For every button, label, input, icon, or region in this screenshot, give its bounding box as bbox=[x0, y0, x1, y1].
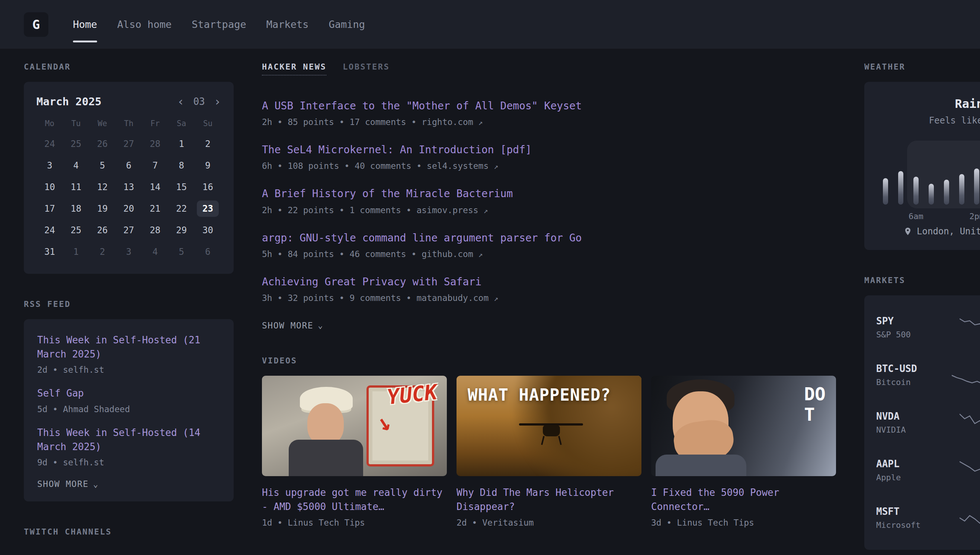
market-info: AAPLApple bbox=[876, 458, 951, 482]
market-sparkline bbox=[952, 365, 980, 385]
calendar-weekday: Su bbox=[194, 117, 221, 133]
market-sparkline bbox=[959, 460, 980, 480]
weather-bar-fill bbox=[944, 180, 949, 205]
market-row-nvda[interactable]: NVDANVIDIA-0.70%$117.70 bbox=[876, 399, 980, 446]
video-card[interactable]: WHAT HAPPENED?Why Did The Mars Helicopte… bbox=[457, 376, 642, 528]
news-source-link[interactable]: righto.com ↗ bbox=[422, 117, 483, 127]
market-sparkline bbox=[959, 508, 980, 528]
calendar-day: 28 bbox=[142, 220, 168, 241]
calendar-day-number: 6 bbox=[205, 247, 210, 257]
calendar-day-number: 21 bbox=[149, 204, 160, 214]
calendar-nav: ‹ 03 › bbox=[177, 96, 221, 107]
calendar-day-number: 7 bbox=[152, 160, 158, 171]
calendar-day: 20 bbox=[116, 198, 142, 220]
calendar-day: 27 bbox=[116, 133, 142, 155]
calendar-prev-button[interactable]: ‹ bbox=[177, 96, 184, 107]
weather-header: WEATHER bbox=[864, 62, 980, 71]
calendar-day: 17 bbox=[37, 198, 63, 220]
calendar-day-number: 10 bbox=[44, 182, 55, 192]
calendar-day: 24 bbox=[37, 133, 63, 155]
rss-item-meta: 2d • selfh.st bbox=[37, 365, 220, 375]
calendar-day: 3 bbox=[116, 241, 142, 263]
market-sparkline bbox=[959, 318, 980, 337]
weather-bar: 2pm bbox=[974, 149, 979, 205]
calendar-day-number: 29 bbox=[176, 225, 187, 236]
videos-header: VIDEOS bbox=[262, 356, 836, 365]
video-card[interactable]: DO TI Fixed the 5090 Power Connector…3d … bbox=[651, 376, 836, 528]
news-source-link[interactable]: asimov.press ↗ bbox=[416, 205, 488, 215]
calendar-next-button[interactable]: › bbox=[214, 96, 221, 107]
video-meta: 1d • Linus Tech Tips bbox=[262, 518, 447, 528]
weather-bar-fill bbox=[974, 168, 979, 205]
calendar-day: 15 bbox=[168, 176, 194, 198]
news-source-link[interactable]: github.com ↗ bbox=[422, 249, 483, 259]
news-show-more-button[interactable]: SHOW MORE ⌄ bbox=[262, 321, 323, 330]
video-meta: 2d • Veritasium bbox=[457, 518, 642, 528]
calendar-day: 5 bbox=[168, 241, 194, 263]
video-thumbnail: ↘YUCK bbox=[262, 376, 447, 476]
calendar-card: March 2025 ‹ 03 › MoTuWeThFrSaSu 2425262… bbox=[24, 82, 234, 274]
nav-tab-home[interactable]: Home bbox=[73, 0, 97, 49]
news-item: Achieving Great Privacy with Safari3h • … bbox=[262, 274, 836, 303]
market-name: Bitcoin bbox=[876, 378, 951, 387]
rss-item-link[interactable]: This Week in Self-Hosted (21 March 2025) bbox=[37, 333, 220, 361]
news-item-link[interactable]: Achieving Great Privacy with Safari bbox=[262, 274, 836, 289]
calendar-day-number: 11 bbox=[71, 182, 82, 192]
calendar-day-number: 3 bbox=[47, 160, 52, 171]
thumbnail-overlay-text: WHAT HAPPENED? bbox=[468, 385, 611, 404]
markets-header: MARKETS bbox=[864, 276, 980, 285]
news-item-link[interactable]: A USB Interface to the "Mother of All De… bbox=[262, 99, 836, 113]
news-item-link[interactable]: argp: GNU-style command line argument pa… bbox=[262, 231, 836, 245]
rss-item-link[interactable]: This Week in Self-Hosted (14 March 2025) bbox=[37, 426, 220, 454]
news-item: The SeL4 Microkernel: An Introduction [p… bbox=[262, 143, 836, 171]
left-column: CALENDAR March 2025 ‹ 03 › MoTuWeThFrSaS… bbox=[24, 62, 234, 550]
calendar-day-number: 8 bbox=[179, 160, 184, 171]
nav-tab-gaming[interactable]: Gaming bbox=[329, 0, 365, 49]
calendar-day-number: 31 bbox=[44, 247, 55, 257]
news-tab-lobsters[interactable]: LOBSTERS bbox=[343, 62, 390, 75]
show-more-label: SHOW MORE bbox=[262, 321, 313, 330]
nav-tab-also-home[interactable]: Also home bbox=[117, 0, 172, 49]
news-item-meta: 2h • 22 points • 1 comments • asimov.pre… bbox=[262, 205, 836, 215]
calendar-day-number: 25 bbox=[71, 225, 82, 236]
calendar-day: 28 bbox=[142, 133, 168, 155]
news-source-link[interactable]: matanabudy.com ↗ bbox=[416, 293, 498, 303]
calendar-day-number: 27 bbox=[124, 225, 134, 236]
face-shape bbox=[307, 403, 344, 445]
news-item-link[interactable]: A Brief History of the Miracle Bacterium bbox=[262, 186, 836, 201]
rss-show-more-button[interactable]: SHOW MORE ⌄ bbox=[37, 479, 99, 489]
weather-hourly-chart: 6am2pm12°10pm bbox=[883, 149, 980, 205]
weather-bar-fill bbox=[883, 178, 888, 205]
market-name: Microsoft bbox=[876, 520, 951, 530]
calendar-day-number: 28 bbox=[149, 139, 160, 149]
news-list: A USB Interface to the "Mother of All De… bbox=[262, 99, 836, 303]
market-row-aapl[interactable]: AAPLApple+1.95%$218.27 bbox=[876, 446, 980, 494]
weather-bar bbox=[944, 149, 949, 205]
market-row-spy[interactable]: SPYS&P 500-0.27%$563.98 bbox=[876, 303, 980, 351]
app-logo[interactable]: G bbox=[24, 12, 48, 37]
news-item-link[interactable]: The SeL4 Microkernel: An Introduction [p… bbox=[262, 143, 836, 157]
weather-bar bbox=[959, 149, 964, 205]
calendar-day: 14 bbox=[142, 176, 168, 198]
thumbnail-overlay-text: DO T bbox=[804, 384, 826, 425]
calendar-weekday-row: MoTuWeThFrSaSu bbox=[37, 117, 221, 133]
nav-tab-startpage[interactable]: Startpage bbox=[192, 0, 246, 49]
market-row-btc-usd[interactable]: BTC-USDBitcoin+1.39%$84,999.29 bbox=[876, 351, 980, 399]
video-card[interactable]: ↘YUCKHis upgrade got me really dirty - A… bbox=[262, 376, 447, 528]
weather-bars: 6am2pm12°10pm bbox=[883, 149, 980, 205]
market-symbol: BTC-USD bbox=[876, 363, 951, 374]
calendar-day: 4 bbox=[142, 241, 168, 263]
news-source-link[interactable]: sel4.systems ↗ bbox=[427, 161, 498, 171]
calendar-day-number: 1 bbox=[179, 139, 184, 149]
news-tab-hacker-news[interactable]: HACKER NEWS bbox=[262, 62, 326, 75]
market-info: NVDANVIDIA bbox=[876, 411, 951, 435]
market-row-msft[interactable]: MSFTMicrosoft+1.14%$391.26 bbox=[876, 494, 980, 542]
calendar-day-number: 15 bbox=[176, 182, 187, 192]
markets-widget: MARKETS SPYS&P 500-0.27%$563.98BTC-USDBi… bbox=[864, 276, 980, 550]
rss-item-meta: 9d • selfh.st bbox=[37, 457, 220, 467]
rss-item-link[interactable]: Self Gap bbox=[37, 387, 220, 401]
calendar-day: 18 bbox=[63, 198, 89, 220]
nav-tab-markets[interactable]: Markets bbox=[266, 0, 309, 49]
calendar-day: 10 bbox=[37, 176, 63, 198]
heli-body-shape bbox=[543, 425, 560, 436]
